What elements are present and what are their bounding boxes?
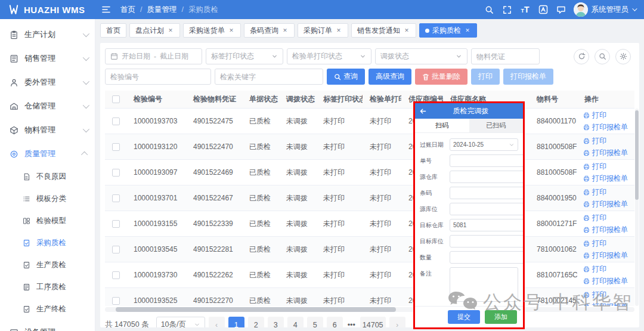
row-checkbox[interactable] <box>112 194 120 202</box>
page-button-4[interactable]: 4 <box>287 317 304 327</box>
tab-采购质检[interactable]: 采购质检✕ <box>419 23 477 38</box>
breadcrumb-home[interactable]: 首页 <box>120 5 135 15</box>
keyword-input[interactable] <box>215 69 323 85</box>
print-report-link[interactable]: 打印报检单 <box>583 122 633 132</box>
print-link[interactable]: 打印 <box>583 110 633 120</box>
page-button-14705[interactable]: 14705 <box>360 317 386 327</box>
sidebar-item-purchase-qc[interactable]: 采购质检 <box>0 232 95 254</box>
print-link[interactable]: 打印 <box>583 213 633 223</box>
font-size-icon[interactable]: TT <box>516 5 534 14</box>
page-button-1[interactable]: 1 <box>228 317 244 327</box>
sidebar-item-final-qc[interactable]: 生产终检 <box>0 298 95 320</box>
sidebar-item-inspection-model[interactable]: 检验模型 <box>0 210 95 232</box>
tab-条码查询[interactable]: 条码查询✕ <box>244 23 295 38</box>
search-button[interactable]: 查询 <box>327 69 365 85</box>
print-button[interactable]: 打印 <box>471 69 500 85</box>
tab-close-icon[interactable]: ✕ <box>403 27 410 34</box>
tab-close-icon[interactable]: ✕ <box>228 27 235 34</box>
print-report-link[interactable]: 打印报检单 <box>583 174 633 184</box>
page-button-3[interactable]: 3 <box>268 317 284 327</box>
sidebar-collapse-button[interactable] <box>101 5 111 14</box>
print-report-link[interactable]: 打印报检单 <box>583 148 633 158</box>
horizontal-scrollbar[interactable] <box>105 307 634 312</box>
posting-date-select[interactable]: 2024-10-25 <box>450 138 518 151</box>
inspection-print-status-select[interactable]: 检验单打印状态 <box>287 48 371 64</box>
submit-button[interactable]: 提交 <box>448 310 480 324</box>
sidebar-item-template-category[interactable]: 模板分类 <box>0 188 95 210</box>
print-link[interactable]: 打印 <box>583 162 633 172</box>
refresh-button[interactable] <box>574 49 589 64</box>
search-icon[interactable] <box>481 5 499 14</box>
vertical-scrollbar[interactable] <box>635 109 639 306</box>
sidebar-item-production-qc[interactable]: 生产质检 <box>0 254 95 276</box>
row-checkbox[interactable] <box>112 271 120 279</box>
back-button[interactable] <box>415 107 431 115</box>
user-menu[interactable]: 系统管理员 <box>574 2 636 17</box>
print-report-link[interactable]: 打印报检单 <box>583 225 633 235</box>
order-no-input[interactable] <box>450 154 523 167</box>
sidebar-item-material[interactable]: 物料管理 <box>0 118 95 142</box>
drawer-tab-扫码[interactable]: 扫码 <box>415 119 469 132</box>
inspection-no-input[interactable] <box>105 69 211 85</box>
sidebar-item-process-qc[interactable]: 工序质检 <box>0 276 95 298</box>
sidebar-item-sales[interactable]: 销售管理 <box>0 47 95 70</box>
row-checkbox[interactable] <box>112 297 120 305</box>
print-link[interactable]: 打印 <box>583 187 633 197</box>
translate-icon[interactable] <box>534 5 552 14</box>
breadcrumb-quality[interactable]: 质量管理 <box>147 5 177 15</box>
sidebar-item-production-plan[interactable]: 生产计划 <box>0 23 95 47</box>
tab-close-icon[interactable]: ✕ <box>167 27 174 34</box>
print-link[interactable]: 打印 <box>583 239 633 249</box>
page-button-6[interactable]: 6 <box>327 317 343 327</box>
transfer-status-select[interactable]: 调拨状态 <box>375 48 467 64</box>
sidebar-item-defect-reason[interactable]: 不良原因 <box>0 166 95 188</box>
print-report-link[interactable]: 打印报检单 <box>583 199 633 209</box>
page-size-select[interactable]: 10条/页 <box>156 317 205 327</box>
target-bin-input[interactable] <box>450 235 523 248</box>
tab-采购订单[interactable]: 采购订单✕ <box>298 23 348 38</box>
row-checkbox[interactable] <box>112 143 120 151</box>
tab-close-icon[interactable]: ✕ <box>464 27 471 34</box>
print-link[interactable]: 打印 <box>583 136 633 146</box>
material-doc-input[interactable] <box>471 48 540 64</box>
row-checkbox[interactable] <box>112 169 120 177</box>
message-icon[interactable] <box>552 5 570 14</box>
add-button[interactable]: 添加 <box>485 310 517 324</box>
tab-close-icon[interactable]: ✕ <box>335 27 342 34</box>
next-page-button[interactable]: › <box>389 317 405 327</box>
remark-textarea[interactable] <box>450 267 518 302</box>
batch-delete-button[interactable]: 批量删除 <box>415 69 467 85</box>
print-report-link[interactable]: 打印报检单 <box>583 250 633 261</box>
sidebar-item-warehouse[interactable]: 仓储管理 <box>0 94 95 118</box>
page-button-5[interactable]: 5 <box>307 317 323 327</box>
page-button-2[interactable]: 2 <box>248 317 264 327</box>
sidebar-item-equipment[interactable]: 设备管理 <box>0 320 95 331</box>
fullscreen-icon[interactable] <box>499 5 516 14</box>
tab-close-icon[interactable]: ✕ <box>281 27 289 34</box>
print-report-link[interactable]: 打印报检单 <box>583 302 633 307</box>
print-report-link[interactable]: 打印报检单 <box>583 276 633 286</box>
sidebar-item-outsource[interactable]: 委外管理 <box>0 70 95 94</box>
row-checkbox[interactable] <box>112 220 120 228</box>
date-range-picker[interactable]: 开始日期 - 截止日期 <box>105 48 202 64</box>
source-bin-input[interactable] <box>450 203 523 215</box>
prev-page-button[interactable]: ‹ <box>209 317 225 327</box>
vertical-scrollbar-thumb[interactable] <box>635 110 639 200</box>
print-link[interactable]: 打印 <box>583 264 633 274</box>
tab-采购送货单[interactable]: 采购送货单✕ <box>183 23 241 38</box>
print-link[interactable]: 打印 <box>583 290 633 300</box>
advanced-search-button[interactable]: 高级查询 <box>369 69 411 85</box>
print-report-button[interactable]: 打印报检单 <box>503 69 553 85</box>
source-warehouse-input[interactable] <box>450 171 523 183</box>
row-checkbox[interactable] <box>112 246 120 253</box>
tab-盘点计划[interactable]: 盘点计划✕ <box>129 23 180 38</box>
target-warehouse-input[interactable] <box>450 219 523 231</box>
settings-button[interactable] <box>615 49 631 64</box>
row-checkbox[interactable] <box>112 117 120 125</box>
quantity-input[interactable] <box>450 251 523 264</box>
barcode-input[interactable] <box>450 187 523 199</box>
tab-首页[interactable]: 首页 <box>100 23 126 38</box>
label-print-status-select[interactable]: 标签打印状态 <box>206 48 283 64</box>
horizontal-scrollbar-thumb[interactable] <box>116 307 396 312</box>
column-search-button[interactable] <box>595 49 610 64</box>
